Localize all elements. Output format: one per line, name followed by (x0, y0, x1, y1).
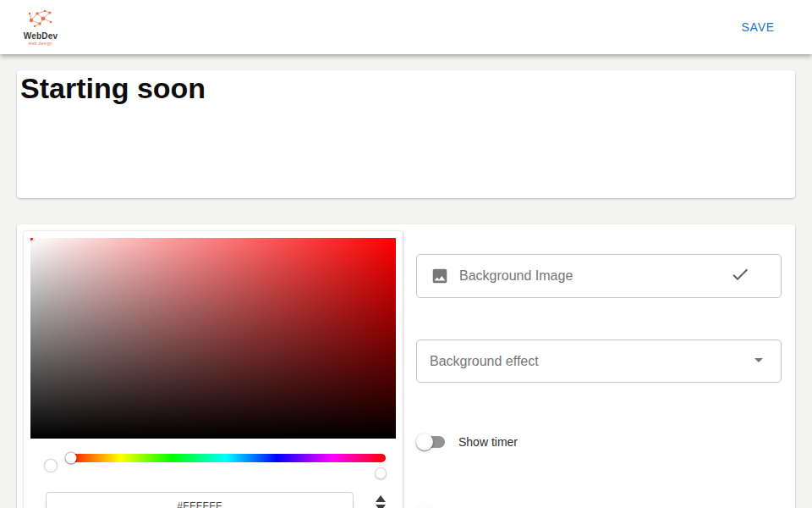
dropdown-arrow-icon (749, 350, 769, 373)
logo-title: WebDev (22, 32, 59, 41)
hex-input-row (46, 492, 387, 508)
switch-thumb (416, 433, 433, 450)
background-effect-select[interactable]: Background effect (416, 340, 782, 383)
show-timer-label: Show timer (458, 435, 518, 449)
next-switch-thumb-partial[interactable] (416, 503, 433, 508)
alpha-slider[interactable] (66, 469, 386, 478)
webdev-logo-icon (26, 17, 55, 31)
saturation-area[interactable] (30, 238, 396, 439)
show-timer-switch[interactable] (417, 430, 445, 454)
webdev-logo[interactable]: WebDev web design (22, 8, 59, 46)
app-header: WebDev web design SAVE (0, 0, 812, 54)
slide-settings-card: Background Image Background effect Show … (17, 224, 795, 508)
color-picker (24, 231, 403, 508)
slide-heading-text[interactable]: Starting soon (17, 70, 795, 106)
background-image-button[interactable]: Background Image (416, 254, 782, 298)
save-button[interactable]: SAVE (731, 14, 785, 41)
check-icon (730, 264, 750, 288)
logo-tagline: web design (22, 41, 59, 46)
hue-slider-thumb[interactable] (66, 453, 77, 464)
color-preview-swatch (44, 459, 58, 472)
show-timer-row: Show timer (417, 430, 518, 454)
image-icon (431, 267, 449, 285)
background-effect-label: Background effect (430, 354, 749, 369)
color-format-toggle-arrows-icon[interactable] (374, 495, 387, 508)
background-image-label: Background Image (459, 268, 730, 284)
slide-editor-card: Starting soon (17, 70, 795, 198)
saturation-pointer[interactable] (30, 238, 35, 242)
hex-color-input[interactable] (46, 492, 354, 508)
hue-slider[interactable] (66, 454, 386, 462)
alpha-slider-thumb[interactable] (375, 467, 387, 479)
